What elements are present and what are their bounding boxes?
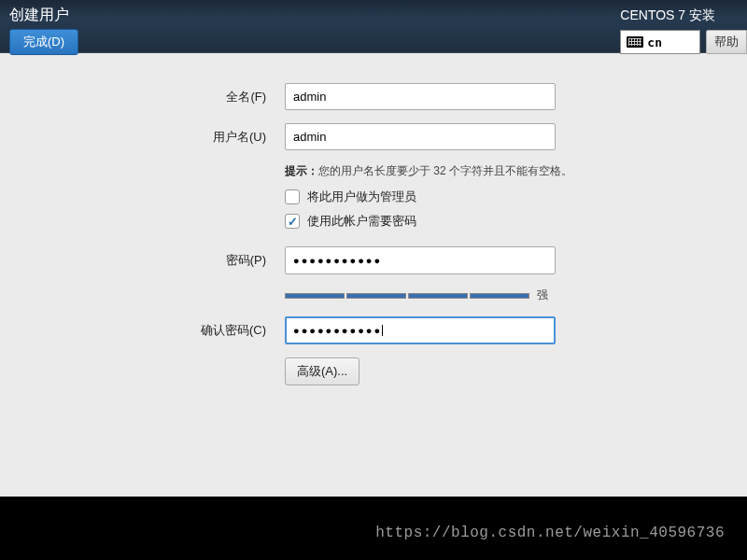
password-strength-label: 强 xyxy=(537,287,548,303)
page-title: 创建用户 xyxy=(9,6,78,25)
username-hint: 提示：您的用户名长度要少于 32 个字符并且不能有空格。 xyxy=(285,163,728,179)
confirm-password-input[interactable]: ●●●●●●●●●●● xyxy=(285,316,556,344)
hint-text: 您的用户名长度要少于 32 个字符并且不能有空格。 xyxy=(318,164,572,177)
keyboard-layout-code: cn xyxy=(647,35,662,49)
watermark-text: https://blog.csdn.net/weixin_40596736 xyxy=(375,525,725,541)
help-button[interactable]: 帮助 xyxy=(706,30,747,54)
done-button[interactable]: 完成(D) xyxy=(9,29,78,55)
hint-prefix: 提示： xyxy=(285,164,318,177)
form-area: 全名(F) 用户名(U) 提示：您的用户名长度要少于 32 个字符并且不能有空格… xyxy=(0,53,747,497)
keyboard-layout-indicator[interactable]: cn xyxy=(620,30,700,54)
admin-checkbox[interactable] xyxy=(285,189,300,204)
installer-title: CENTOS 7 安装 xyxy=(620,7,715,24)
password-input[interactable]: ●●●●●●●●●●● xyxy=(285,246,556,274)
confirm-password-label: 确认密码(C) xyxy=(19,322,285,339)
fullname-input[interactable] xyxy=(285,83,556,110)
require-password-label: 使用此帐户需要密码 xyxy=(307,213,416,230)
username-input[interactable] xyxy=(285,123,556,150)
footer: https://blog.csdn.net/weixin_40596736 xyxy=(0,507,747,560)
admin-checkbox-label: 将此用户做为管理员 xyxy=(307,189,416,205)
require-password-checkbox[interactable] xyxy=(285,214,300,229)
password-strength-bar xyxy=(285,293,529,299)
password-label: 密码(P) xyxy=(19,252,285,269)
keyboard-icon xyxy=(627,36,643,48)
advanced-button[interactable]: 高级(A)... xyxy=(285,357,359,385)
username-label: 用户名(U) xyxy=(19,129,285,146)
fullname-label: 全名(F) xyxy=(19,89,285,105)
